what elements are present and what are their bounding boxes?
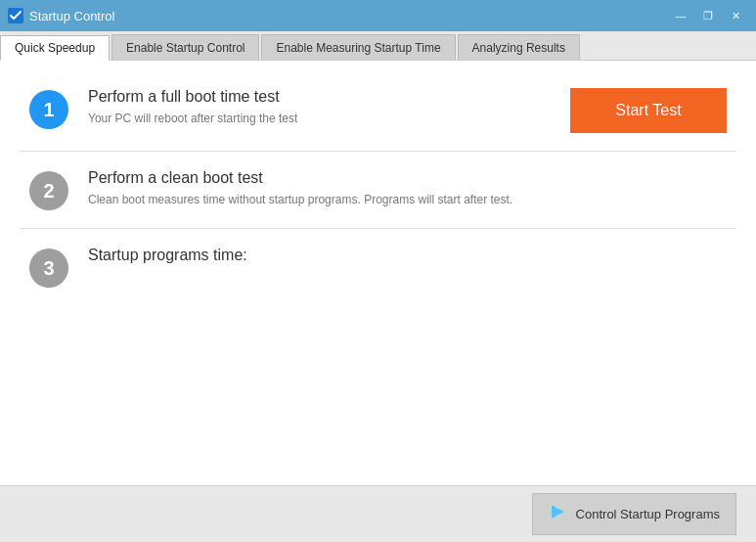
tab-analyzing-results[interactable]: Analyzing Results (458, 34, 580, 60)
step-2-card: 2 Perform a clean boot test Clean boot m… (20, 152, 736, 229)
tab-enable-startup-control[interactable]: Enable Startup Control (111, 34, 259, 60)
window-controls: — ❐ ✕ (668, 6, 748, 25)
tab-bar: Quick Speedup Enable Startup Control Ena… (0, 31, 756, 61)
tab-enable-measuring[interactable]: Enable Measuring Startup Time (261, 34, 455, 60)
step-1-title: Perform a full boot time test (88, 88, 551, 106)
app-icon (8, 8, 23, 23)
title-bar: Startup Control — ❐ ✕ (0, 0, 756, 31)
step-1-desc: Your PC will reboot after starting the t… (88, 112, 551, 125)
tab-quick-speedup[interactable]: Quick Speedup (0, 35, 110, 61)
step-1-content: Perform a full boot time test Your PC wi… (88, 88, 551, 125)
step-2-desc: Clean boot measures time without startup… (88, 193, 727, 206)
main-content: 1 Perform a full boot time test Your PC … (0, 61, 756, 542)
title-bar-left: Startup Control (8, 8, 114, 23)
step-3-title: Startup programs time: (88, 247, 727, 264)
step-1-card: 1 Perform a full boot time test Your PC … (20, 70, 736, 152)
content-area: 1 Perform a full boot time test Your PC … (0, 61, 756, 485)
step-2-circle: 2 (29, 171, 68, 210)
step-2-content: Perform a clean boot test Clean boot mea… (88, 169, 727, 206)
start-test-button[interactable]: Start Test (570, 88, 727, 133)
footer: Control Startup Programs (0, 485, 756, 542)
step-3-card: 3 Startup programs time: (20, 229, 736, 305)
footer-button-label: Control Startup Programs (576, 507, 720, 521)
minimize-button[interactable]: — (668, 6, 693, 25)
control-startup-icon (549, 502, 568, 526)
step-3-circle: 3 (29, 248, 68, 288)
svg-rect-2 (552, 506, 555, 518)
step-3-content: Startup programs time: (88, 247, 727, 270)
restore-button[interactable]: ❐ (695, 6, 721, 25)
close-button[interactable]: ✕ (723, 6, 748, 25)
step-1-circle: 1 (29, 90, 68, 129)
control-startup-programs-button[interactable]: Control Startup Programs (532, 493, 736, 535)
step-2-title: Perform a clean boot test (88, 169, 727, 187)
window-title: Startup Control (29, 9, 114, 23)
step-1-action: Start Test (570, 88, 727, 133)
